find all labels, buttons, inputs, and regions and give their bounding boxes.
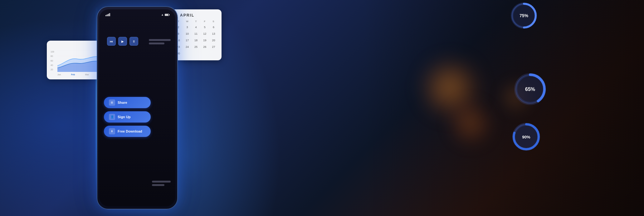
- cal-day-11[interactable]: 11: [193, 31, 199, 37]
- phone-device: ▲ ⏮ ▶ ⏸ ⊞ Share: [97, 6, 178, 209]
- free-download-label: Free Download: [118, 129, 142, 133]
- cal-day-10[interactable]: 10: [184, 31, 190, 37]
- download-icon: ⬇: [109, 128, 115, 134]
- cal-day-17[interactable]: 17: [184, 37, 190, 43]
- status-icons: ▲: [161, 13, 169, 16]
- chart-y-100: 100: [51, 51, 54, 53]
- skeleton-bars-top: [149, 39, 171, 46]
- cal-header-s2: S: [209, 20, 218, 23]
- cal-day-13[interactable]: 13: [210, 31, 217, 37]
- chart-y-20: 20: [51, 68, 54, 71]
- chart-y-60: 60: [51, 60, 54, 62]
- chart-x-mar: Mar: [85, 73, 89, 76]
- share-icon: ⊞: [109, 99, 115, 106]
- progress-circle-75-container: 75%: [510, 2, 538, 31]
- cal-day-27[interactable]: 27: [210, 44, 217, 50]
- signup-label: Sign Up: [118, 115, 131, 119]
- share-button[interactable]: ⊞ Share: [104, 97, 151, 108]
- cal-day-empty-4: [202, 50, 208, 57]
- signal-bar-4: [109, 13, 110, 16]
- skeleton-bars-bottom: [152, 181, 171, 188]
- media-prev-button[interactable]: ⏮: [107, 37, 116, 46]
- chart-y-80: 80: [51, 55, 54, 57]
- cal-day-5[interactable]: 5: [202, 24, 208, 30]
- media-pause-button[interactable]: ⏸: [129, 37, 138, 46]
- cal-day-12[interactable]: 12: [202, 31, 208, 37]
- signup-button[interactable]: 👤 Sign Up: [104, 111, 151, 123]
- cal-day-6[interactable]: 6: [210, 24, 217, 30]
- skeleton-bar-2: [149, 43, 164, 44]
- cal-day-25[interactable]: 25: [193, 44, 199, 50]
- chart-y-labels: 100 80 60 40 20: [51, 51, 54, 71]
- progress-circle-65-svg: 65%: [513, 72, 547, 106]
- battery-fill: [165, 14, 168, 16]
- chart-x-feb: Feb: [71, 73, 75, 76]
- progress-circle-90-svg: 90%: [511, 122, 541, 152]
- free-download-button[interactable]: ⬇ Free Download: [104, 126, 151, 137]
- cal-day-24[interactable]: 24: [184, 44, 190, 50]
- cal-header-t2: T: [192, 20, 200, 23]
- signal-bar-2: [107, 14, 108, 16]
- signal-icon: [105, 13, 110, 16]
- phone-screen: ▲ ⏮ ▶ ⏸ ⊞ Share: [99, 9, 175, 206]
- action-buttons: ⊞ Share 👤 Sign Up ⬇ Free Download: [104, 97, 151, 137]
- cal-day-19[interactable]: 19: [202, 37, 208, 43]
- signup-icon: 👤: [109, 114, 115, 120]
- media-controls: ⏮ ▶ ⏸: [107, 37, 138, 46]
- cal-day-26[interactable]: 26: [202, 44, 208, 50]
- chart-y-40: 40: [51, 64, 54, 66]
- cal-day-3[interactable]: 3: [184, 24, 190, 30]
- progress-90-text: 90%: [522, 135, 530, 139]
- progress-circle-65-container: 65%: [513, 72, 547, 108]
- skeleton-bar-4: [152, 184, 164, 186]
- scene: APRIL S M T W T F S 1 2 3 4 5 6 7 8 9 10…: [0, 0, 644, 216]
- cal-day-18[interactable]: 18: [193, 37, 199, 43]
- chart-x-jan: Jan: [57, 73, 61, 76]
- wifi-icon: ▲: [161, 13, 164, 16]
- battery-icon: [165, 14, 169, 16]
- status-bar: ▲: [105, 13, 169, 16]
- cal-header-w: W: [183, 20, 192, 23]
- cal-day-empty-2: [184, 50, 190, 57]
- cal-day-4[interactable]: 4: [193, 24, 199, 30]
- cal-header-f: F: [200, 20, 209, 23]
- skeleton-bar-3: [152, 181, 171, 183]
- progress-circle-75-svg: 75%: [510, 2, 538, 30]
- progress-65-text: 65%: [525, 87, 535, 92]
- signal-bar-1: [105, 15, 106, 16]
- skeleton-bar-1: [149, 39, 171, 41]
- share-label: Share: [118, 101, 127, 104]
- media-play-button[interactable]: ▶: [118, 37, 127, 46]
- progress-circle-90-container: 90%: [511, 122, 541, 153]
- progress-75-text: 75%: [520, 13, 529, 18]
- signal-bar-3: [108, 14, 109, 16]
- cal-day-empty-3: [193, 50, 199, 57]
- cal-day-20[interactable]: 20: [210, 37, 217, 43]
- cal-day-empty-5: [210, 50, 217, 57]
- right-dark-overlay: [363, 0, 644, 216]
